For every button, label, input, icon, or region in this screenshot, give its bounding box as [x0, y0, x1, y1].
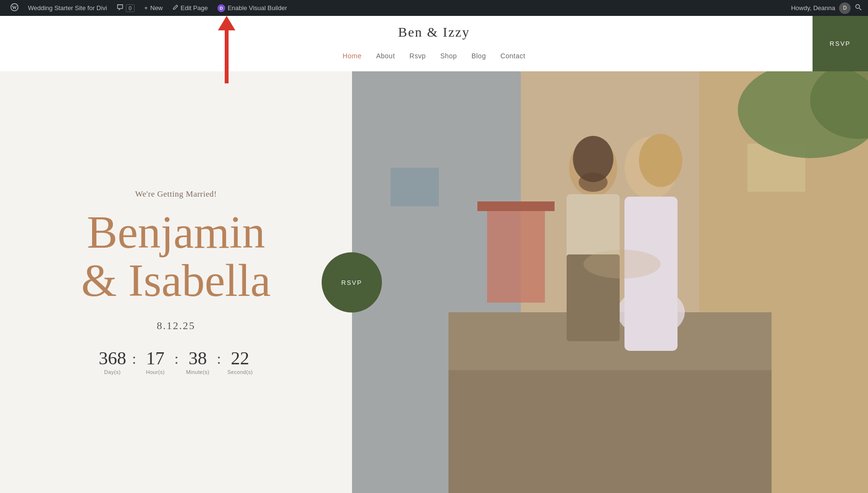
hero-names: Benjamin & Isabella	[81, 209, 271, 305]
comment-icon	[117, 4, 123, 12]
rsvp-circle-button[interactable]: RSVP	[322, 252, 382, 312]
plus-icon: +	[144, 4, 148, 12]
hero-section: We're Getting Married! Benjamin & Isabel…	[0, 71, 868, 493]
comment-count: 0	[126, 4, 135, 12]
countdown-seconds: 22 Second(s)	[227, 349, 253, 375]
days-value: 368	[99, 349, 126, 367]
site-header: Ben & Izzy Home About Rsvp Shop Blog Con…	[0, 16, 868, 71]
rsvp-header-button[interactable]: RSVP	[813, 16, 868, 71]
divi-icon: D	[217, 4, 225, 12]
separator-3: :	[215, 350, 223, 368]
arrow-head	[218, 16, 235, 30]
seconds-value: 22	[231, 349, 249, 367]
arrow-indicator	[218, 16, 235, 83]
separator-2: :	[173, 350, 181, 368]
nav-about[interactable]: About	[376, 52, 395, 60]
countdown-hours: 17 Hour(s)	[142, 349, 169, 375]
hero-subtitle: We're Getting Married!	[135, 189, 217, 199]
admin-bar-right: Howdy, Deanna D	[791, 2, 862, 14]
couple-photo	[352, 71, 868, 493]
svg-line-3	[859, 8, 861, 10]
nav-contact[interactable]: Contact	[501, 52, 526, 60]
site-nav: Home About Rsvp Shop Blog Contact	[343, 52, 526, 60]
site-name-link[interactable]: Wedding Starter Site for Divi	[23, 0, 112, 16]
hero-name-line2: & Isabella	[81, 255, 271, 306]
minutes-value: 38	[189, 349, 207, 367]
svg-point-2	[856, 5, 860, 9]
nav-blog[interactable]: Blog	[472, 52, 486, 60]
hours-value: 17	[146, 349, 164, 367]
nav-shop[interactable]: Shop	[440, 52, 457, 60]
separator-1: :	[130, 350, 138, 368]
avatar-initial: D	[843, 5, 846, 11]
admin-bar: W Wedding Starter Site for Divi 0 + New …	[0, 0, 868, 16]
pencil-icon	[173, 4, 178, 12]
enable-visual-builder-link[interactable]: D Enable Visual Builder	[213, 0, 292, 16]
site-name-text: Wedding Starter Site for Divi	[28, 4, 107, 12]
nav-rsvp[interactable]: Rsvp	[409, 52, 426, 60]
wordpress-icon: W	[11, 3, 18, 13]
hero-left-panel: We're Getting Married! Benjamin & Isabel…	[0, 71, 352, 493]
howdy-text: Howdy, Deanna	[791, 4, 835, 12]
seconds-label: Second(s)	[227, 369, 253, 375]
comments-link[interactable]: 0	[112, 0, 139, 16]
hero-photo-panel	[352, 71, 868, 493]
minutes-label: Minute(s)	[186, 369, 210, 375]
hero-date: 8.12.25	[157, 320, 195, 332]
arrow-shaft	[225, 30, 229, 83]
new-label: New	[150, 4, 163, 12]
enable-builder-label: Enable Visual Builder	[228, 4, 287, 12]
nav-home[interactable]: Home	[343, 52, 362, 60]
user-avatar[interactable]: D	[839, 2, 851, 14]
countdown-timer: 368 Day(s) : 17 Hour(s) : 38 Minute(s) :…	[99, 349, 254, 375]
hero-name-line1: Benjamin	[87, 207, 265, 258]
site-title: Ben & Izzy	[398, 25, 470, 40]
svg-rect-26	[352, 71, 868, 493]
countdown-minutes: 38 Minute(s)	[184, 349, 211, 375]
edit-page-label: Edit Page	[181, 4, 208, 12]
search-icon[interactable]	[854, 3, 862, 13]
new-content-link[interactable]: + New	[139, 0, 168, 16]
edit-page-link[interactable]: Edit Page	[168, 0, 213, 16]
wordpress-logo[interactable]: W	[6, 0, 23, 16]
days-label: Day(s)	[104, 369, 121, 375]
countdown-days: 368 Day(s)	[99, 349, 126, 375]
hours-label: Hour(s)	[146, 369, 165, 375]
svg-text:W: W	[12, 5, 17, 10]
